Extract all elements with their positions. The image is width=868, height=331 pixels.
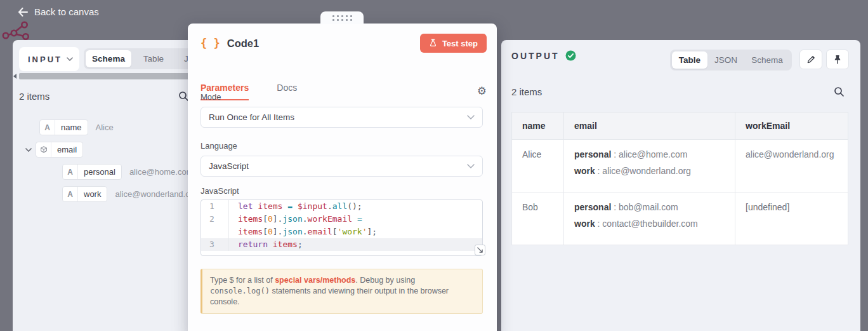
table-header-row: name email workEmail — [512, 112, 848, 140]
column-header-workEmail[interactable]: workEmail — [735, 112, 848, 140]
node-title[interactable]: Code1 — [227, 37, 259, 50]
schema-key-label: email — [51, 142, 82, 157]
tree-row[interactable]: A personal alice@home.com — [62, 164, 194, 180]
object-type-icon — [36, 142, 51, 157]
column-header-email[interactable]: email — [564, 112, 735, 140]
mode-label: Mode — [201, 92, 221, 102]
test-step-label: Test step — [442, 39, 478, 48]
chevron-down-icon — [467, 115, 475, 119]
tab-docs[interactable]: Docs — [277, 83, 297, 99]
column-header-name[interactable]: name — [512, 112, 564, 140]
tree-row[interactable]: A name Alice — [39, 119, 114, 135]
cell-email: personal : bob@mail.com work : contact@t… — [564, 193, 735, 245]
output-view-tabs: Table JSON Schema — [670, 50, 792, 71]
modal-tabs: Parameters Docs ⚙ — [201, 81, 487, 101]
cell-name: Bob — [512, 193, 564, 245]
kv-key: personal — [574, 202, 611, 212]
schema-key-pill: A name — [39, 119, 88, 135]
back-to-canvas-button[interactable]: Back to canvas — [18, 6, 99, 17]
string-type-icon: A — [63, 187, 78, 201]
kv-value: alice@home.com — [619, 149, 687, 159]
editor-hint: Type $ for a list of special vars/method… — [201, 269, 483, 314]
schema-key-pill: email — [36, 142, 83, 158]
cell-name: Alice — [512, 140, 564, 193]
kv-value: contact@thebuilder.com — [602, 219, 697, 229]
kv-key: work — [574, 219, 595, 229]
hint-text: Type $ for a list of — [210, 276, 275, 285]
modal-drag-handle[interactable] — [320, 11, 364, 24]
kv-value: bob@mail.com — [619, 202, 678, 212]
drag-dots-icon — [332, 15, 352, 21]
tree-row[interactable]: email — [25, 142, 83, 158]
cell-email: personal : alice@home.com work : alice@w… — [564, 140, 735, 193]
cell-workEmail: alice@wonderland.org — [735, 140, 848, 193]
schema-key-label: personal — [78, 165, 121, 179]
input-panel-title: INPUT — [28, 55, 62, 64]
pin-icon — [833, 55, 842, 64]
code-node-icon: { } — [201, 37, 220, 50]
input-source-select[interactable]: INPUT — [19, 47, 79, 71]
tab-table[interactable]: Table — [672, 51, 707, 69]
test-step-button[interactable]: Test step — [420, 34, 487, 53]
tab-json[interactable]: JSON — [707, 51, 744, 69]
kv-key: work — [574, 166, 595, 176]
schema-key-label: work — [78, 187, 107, 201]
success-check-icon — [565, 50, 576, 61]
edit-output-button[interactable] — [799, 50, 822, 69]
output-panel-title: OUTPUT — [511, 51, 560, 61]
chevron-down-icon[interactable] — [25, 148, 32, 152]
schema-key-label: name — [55, 120, 88, 135]
arrow-left-icon — [18, 8, 28, 17]
scroll-left-arrow[interactable] — [13, 74, 16, 79]
schema-key-pill: A work — [62, 186, 107, 202]
flask-icon — [429, 39, 437, 48]
search-icon[interactable] — [834, 86, 845, 97]
pencil-icon — [806, 55, 816, 64]
node-settings-modal: { } Code1 Test step Parameters Docs ⚙ Mo… — [188, 24, 497, 331]
special-vars-link[interactable]: special vars/methods — [275, 276, 355, 285]
schema-value: Alice — [96, 123, 114, 132]
chevron-down-icon — [467, 164, 475, 168]
expand-icon — [477, 247, 483, 253]
chevron-down-icon — [67, 57, 73, 61]
hint-text: . Debug by using — [355, 276, 415, 285]
language-value: JavaScript — [209, 161, 249, 171]
kv-key: personal — [574, 149, 611, 159]
tree-row[interactable]: A work alice@wonderland.org — [62, 186, 197, 202]
pin-data-button[interactable] — [826, 50, 849, 69]
code-editor-lines: 1let items = $input.all();2items[0].json… — [201, 200, 482, 251]
tab-table[interactable]: Table — [131, 50, 176, 67]
tab-schema[interactable]: Schema — [86, 50, 131, 67]
code-editor[interactable]: 1let items = $input.all();2items[0].json… — [201, 199, 483, 256]
tab-schema[interactable]: Schema — [744, 51, 790, 69]
mode-value: Run Once for All Items — [209, 112, 294, 122]
kv-value: alice@wonderland.org — [602, 166, 691, 176]
output-panel: OUTPUT Table JSON Schema 2 items — [501, 40, 860, 331]
workflow-nodes-icon — [1, 19, 33, 41]
node-details-view: Back to canvas INPUT Schema Table JSON 2… — [0, 0, 868, 331]
expand-editor-button[interactable] — [475, 245, 485, 255]
schema-value: alice@home.com — [129, 167, 194, 177]
schema-key-pill: A personal — [62, 164, 122, 180]
string-type-icon: A — [63, 165, 78, 179]
language-select[interactable]: JavaScript — [201, 156, 483, 177]
table-row[interactable]: Alice personal : alice@home.com work : a… — [512, 140, 848, 193]
output-table: name email workEmail Alice personal : al… — [511, 112, 848, 245]
output-items-count: 2 items — [511, 86, 542, 97]
gear-icon[interactable]: ⚙ — [477, 86, 487, 97]
language-label: Language — [201, 141, 237, 151]
table-row[interactable]: Bob personal : bob@mail.com work : conta… — [512, 193, 848, 245]
string-type-icon: A — [40, 120, 55, 135]
mode-select[interactable]: Run Once for All Items — [201, 107, 483, 128]
back-to-canvas-label: Back to canvas — [34, 6, 99, 17]
cell-workEmail-undefined: [undefined] — [735, 193, 848, 245]
schema-value: alice@wonderland.org — [115, 189, 197, 199]
input-items-count: 2 items — [19, 91, 49, 102]
hint-code: console.log() — [210, 287, 270, 295]
editor-label: JavaScript — [201, 186, 239, 196]
